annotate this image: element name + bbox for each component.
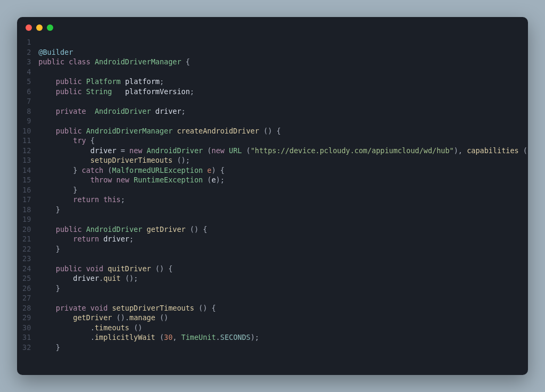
code-content: @Builder public class AndroidDriverManag… — [38, 37, 528, 352]
paren: ( — [199, 304, 203, 312]
window-titlebar — [17, 17, 528, 35]
paren: ) — [160, 264, 164, 273]
type-androiddriver: AndroidDriver — [95, 107, 151, 115]
method-create: createAndroidDriver — [177, 127, 259, 135]
paren: ) — [454, 146, 458, 155]
paren: ) — [129, 274, 134, 282]
brace: { — [168, 264, 172, 273]
line-number-gutter: 1 2 3 4 5 6 7 8 9 10 11 12 13 14 15 16 1… — [22, 37, 38, 352]
dot: . — [90, 323, 95, 332]
paren: ) — [121, 313, 125, 322]
type-platform: Platform — [86, 77, 121, 86]
kw-catch: catch — [82, 166, 104, 174]
kw-return: return — [73, 195, 99, 204]
kw-public: public — [56, 87, 82, 96]
brace: { — [276, 127, 280, 135]
type-timeunit: TimeUnit — [181, 333, 216, 341]
dot: . — [90, 333, 95, 341]
semi: ; — [181, 107, 186, 115]
brace: } — [56, 343, 60, 352]
brace: } — [56, 205, 60, 214]
call-setup: setupDriverTimeouts — [90, 156, 172, 164]
paren: ( — [117, 313, 121, 322]
window-minimize-icon[interactable] — [36, 24, 43, 31]
kw-void: void — [90, 304, 108, 312]
brace: { — [90, 136, 95, 145]
semi: ; — [160, 77, 164, 86]
method-getdriver: getDriver — [147, 225, 186, 233]
brace: } — [56, 245, 60, 253]
paren: ) — [138, 323, 142, 332]
paren: ( — [207, 146, 211, 155]
kw-new: new — [212, 146, 225, 155]
paren: ( — [160, 333, 164, 341]
kw-public: public — [56, 264, 82, 273]
kw-public: public — [38, 57, 64, 66]
call-quit: quit — [103, 274, 121, 282]
type-url: URL — [229, 146, 242, 155]
kw-return: return — [73, 235, 99, 243]
kw-void: void — [86, 264, 104, 273]
brace: { — [211, 304, 216, 312]
dot: . — [125, 313, 129, 322]
semi: ; — [220, 176, 225, 184]
type-string: String — [86, 87, 112, 96]
kw-new: new — [117, 176, 129, 184]
call-capabilities: capabilities — [467, 146, 519, 155]
paren: ( — [523, 146, 527, 155]
paren: ( — [125, 274, 129, 282]
semi: ; — [190, 87, 194, 96]
window-zoom-icon[interactable] — [47, 24, 53, 31]
paren: ( — [263, 127, 268, 135]
kw-try: try — [73, 136, 86, 145]
paren: ) — [251, 333, 255, 341]
paren: ( — [190, 225, 194, 233]
arg-e: e — [211, 176, 216, 184]
code-window: 1 2 3 4 5 6 7 8 9 10 11 12 13 14 15 16 1… — [17, 17, 528, 375]
ctor-androiddriver: AndroidDriver — [147, 146, 203, 155]
type-runtime: RuntimeException — [134, 176, 203, 184]
paren: ) — [203, 304, 207, 312]
class-name: AndroidDriverManager — [95, 57, 181, 66]
call-timeouts: timeouts — [95, 323, 129, 332]
kw-public: public — [56, 127, 82, 135]
annotation-builder: Builder — [43, 48, 73, 56]
comma: , — [172, 333, 177, 341]
semi: ; — [134, 274, 138, 282]
const-seconds: SECONDS — [220, 333, 251, 341]
paren: ( — [160, 313, 164, 322]
brace: } — [73, 166, 77, 174]
semi: ; — [121, 195, 125, 204]
return-type: AndroidDriver — [86, 225, 143, 233]
kw-public: public — [56, 225, 82, 233]
paren: ( — [177, 156, 181, 164]
call-manage: manage — [129, 313, 155, 322]
semi: ; — [129, 235, 134, 243]
semi: ; — [186, 156, 190, 164]
paren: ( — [246, 146, 251, 155]
call-getdriver: getDriver — [73, 313, 112, 322]
brace: { — [220, 166, 225, 174]
var-driver: driver — [73, 274, 99, 282]
kw-new: new — [129, 146, 142, 155]
url-string-literal: "https://device.pcloudy.com/appiumcloud/… — [251, 146, 454, 155]
kw-private: private — [56, 107, 86, 115]
method-quitdriver: quitDriver — [108, 264, 151, 273]
window-close-icon[interactable] — [26, 24, 32, 31]
code-editor: 1 2 3 4 5 6 7 8 9 10 11 12 13 14 15 16 1… — [17, 35, 528, 363]
comma: , — [458, 146, 463, 155]
field-driver: driver — [155, 107, 181, 115]
paren: ) — [268, 127, 272, 135]
semi: ; — [255, 333, 259, 341]
paren: ) — [194, 225, 199, 233]
paren: ) — [211, 166, 216, 174]
call-implicitlywait: implicitlyWait — [95, 333, 155, 341]
type-malformed: MalformedURLException — [112, 166, 203, 174]
kw-this: this — [103, 195, 121, 204]
paren: ) — [527, 146, 528, 155]
brace: } — [73, 186, 77, 194]
paren: ( — [108, 166, 112, 174]
eq: = — [121, 146, 125, 155]
brace: { — [186, 57, 190, 66]
paren: ) — [164, 313, 168, 322]
